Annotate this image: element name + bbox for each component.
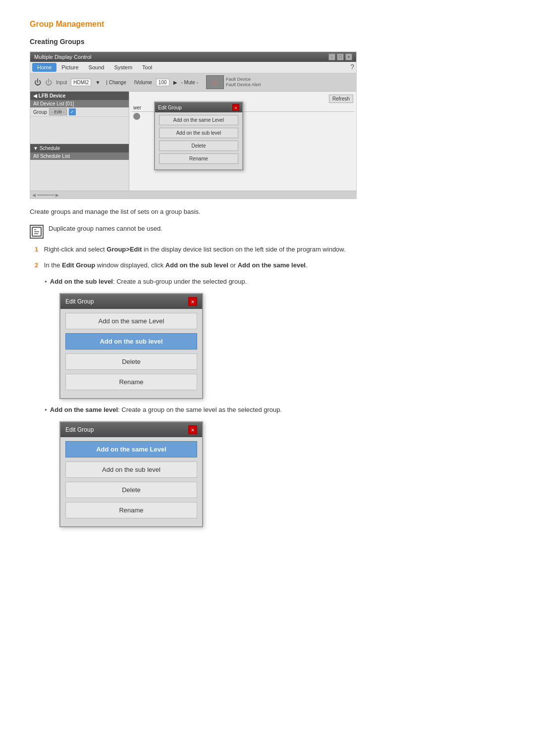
- screenshot-delete-btn[interactable]: Delete: [159, 141, 238, 151]
- step-1-text-after: in the display device list section on th…: [142, 246, 345, 253]
- step-2-edit-group: Edit Group: [62, 261, 95, 269]
- screenshot-add-same-level-btn[interactable]: Add on the same Level: [159, 115, 238, 125]
- menu-system[interactable]: System: [109, 63, 137, 72]
- sidebar: ◀ LFB Device All Device List [01] Group …: [30, 92, 129, 191]
- step-2-text-1: In the: [44, 261, 62, 269]
- dialog-same-level-title: Edit Group: [65, 426, 94, 433]
- bullet-section-1: ● Add on the sub level: Create a sub-gro…: [45, 277, 505, 399]
- hdmi-select[interactable]: HDMI2: [71, 79, 91, 86]
- volume-label: IVolume: [134, 80, 152, 85]
- refresh-button[interactable]: Refresh: [329, 95, 353, 103]
- step-1-text-bold: Group>Edit: [107, 246, 142, 253]
- help-icon[interactable]: ?: [350, 63, 354, 72]
- step-2-text-2: window displayed, click: [95, 261, 165, 269]
- close-btn[interactable]: ×: [345, 53, 352, 60]
- group-checkbox[interactable]: ✓: [69, 108, 76, 115]
- screenshot-container: Multiple Display Control - □ × Home Pict…: [30, 51, 357, 199]
- schedule-empty: [30, 160, 129, 180]
- bullet-2-label: Add on the same level: [50, 406, 118, 413]
- power-off-icon[interactable]: ⏻: [45, 78, 52, 86]
- app-main: ◀ LFB Device All Device List [01] Group …: [30, 92, 356, 191]
- titlebar-controls: - □ ×: [328, 53, 352, 60]
- group-label: Group: [33, 109, 47, 115]
- dialog-same-level-titlebar: Edit Group ×: [60, 422, 202, 437]
- dialog1-add-sub-level-btn[interactable]: Add on the sub level: [65, 333, 197, 350]
- power-status-icon: [133, 113, 140, 120]
- bullet-item-2: ● Add on the same level: Create a group …: [45, 405, 505, 415]
- step-2-text-4: .: [306, 261, 308, 269]
- sidebar-all-device: All Device List [01]: [30, 100, 129, 107]
- minimize-btn[interactable]: -: [328, 53, 335, 60]
- mute-label: - Mute -: [181, 80, 198, 85]
- screenshot-dialog-title: Edit Group: [158, 105, 182, 110]
- play-icon: ▶: [173, 80, 177, 85]
- dialog-sub-level: Edit Group × Add on the same Level Add o…: [59, 293, 203, 399]
- screenshot-dialog-titlebar: Edit Group ×: [155, 102, 242, 112]
- menu-sound[interactable]: Sound: [84, 63, 109, 72]
- note-text: Duplicate group names cannot be used.: [49, 225, 162, 232]
- app-titlebar: Multiple Display Control - □ ×: [30, 52, 356, 62]
- bullet-text-2: Add on the same level: Create a group on…: [50, 405, 282, 415]
- bullet-1-colon-text: : Create a sub-group under the selected …: [113, 278, 247, 285]
- dialog2-add-same-level-btn[interactable]: Add on the same Level: [65, 441, 197, 457]
- sidebar-lfb-header: ◀ LFB Device: [30, 92, 129, 100]
- screenshot-dialog-close[interactable]: ×: [232, 104, 239, 111]
- bullet-section-2: ● Add on the same level: Create a group …: [45, 405, 505, 527]
- dialog2-add-sub-level-btn[interactable]: Add on the sub level: [65, 461, 197, 478]
- schedule-section: ▼ Schedule All Schedule List: [30, 144, 129, 180]
- app-title: Multiple Display Control: [34, 54, 92, 60]
- all-schedule-list: All Schedule List: [30, 152, 129, 160]
- dialog1-rename-btn[interactable]: Rename: [65, 374, 197, 390]
- scrollbar-area: ◀ ━━━━━━━ ▶: [30, 191, 356, 199]
- main-description: Create groups and manage the list of set…: [30, 207, 505, 217]
- col-power: wer: [133, 105, 141, 110]
- pencil-icon: [31, 226, 42, 237]
- power-on-icon[interactable]: ⏻: [34, 78, 41, 86]
- edit-button[interactable]: - Edit -: [49, 108, 67, 115]
- bullet-text-1: Add on the sub level: Create a sub-group…: [50, 277, 247, 287]
- bullet-2-colon-text: : Create a group on the same level as th…: [118, 406, 282, 413]
- sidebar-group-row: Group - Edit - ✓: [30, 107, 129, 117]
- screenshot-add-sub-level-btn[interactable]: Add on the sub level: [159, 128, 238, 138]
- screenshot-dialog: Edit Group × Add on the same Level Add o…: [154, 101, 243, 170]
- main-content: Refresh wer Input HDMI2 21 Edit Group × …: [129, 92, 356, 191]
- bullet-dot-1: ●: [45, 279, 47, 284]
- dialog1-delete-btn[interactable]: Delete: [65, 353, 197, 370]
- fault-device-label: Fault Device Fault Device Alert: [226, 77, 261, 88]
- menu-picture[interactable]: Picture: [56, 63, 83, 72]
- dialog2-delete-btn[interactable]: Delete: [65, 482, 197, 498]
- step-number-2: 2: [35, 261, 38, 269]
- step-2-add-sub: Add on the sub level: [165, 261, 228, 269]
- dialog-sub-level-close[interactable]: ×: [188, 297, 197, 306]
- menu-home[interactable]: Home: [32, 63, 56, 72]
- step-1-text-before: Right-click and select: [44, 246, 107, 253]
- scrollbar-label: ◀ ━━━━━━━ ▶: [32, 193, 59, 198]
- dialog-sub-level-title: Edit Group: [65, 298, 94, 305]
- input-label: Input: [56, 80, 67, 85]
- sidebar-empty: [30, 117, 129, 142]
- dialog-same-level: Edit Group × Add on the same Level Add o…: [59, 421, 203, 527]
- menu-tool[interactable]: Tool: [137, 63, 157, 72]
- note-box: Duplicate group names cannot be used.: [30, 225, 505, 239]
- section-title: Creating Groups: [30, 38, 505, 46]
- dialog-same-level-close[interactable]: ×: [188, 425, 197, 434]
- arrow-icon: ▼: [95, 80, 100, 85]
- bullet-1-label: Add on the sub level: [50, 278, 113, 285]
- change-label: | Change: [106, 80, 126, 85]
- dialog1-add-same-level-btn[interactable]: Add on the same Level: [65, 313, 197, 329]
- bullet-item-1: ● Add on the sub level: Create a sub-gro…: [45, 277, 505, 287]
- dialog-sub-level-titlebar: Edit Group ×: [60, 294, 202, 309]
- step-2-text-3: or: [228, 261, 238, 269]
- volume-select[interactable]: 100: [156, 79, 169, 86]
- bullet-dot-2: ●: [45, 407, 47, 412]
- app-toolbar: ⏻ ⏻ Input HDMI2 ▼ | Change IVolume 100 ▶…: [30, 73, 356, 92]
- step-1: 1 Right-click and select Group>Edit in t…: [30, 245, 505, 255]
- step-2-add-same: Add on the same level: [238, 261, 306, 269]
- step-number-1: 1: [35, 246, 38, 253]
- maximize-btn[interactable]: □: [337, 53, 344, 60]
- dialog2-rename-btn[interactable]: Rename: [65, 502, 197, 518]
- screenshot-rename-btn[interactable]: Rename: [159, 153, 238, 164]
- app-menubar: Home Picture Sound System Tool ?: [30, 62, 356, 73]
- schedule-header: ▼ Schedule: [30, 144, 129, 152]
- page-title: Group Management: [30, 20, 505, 29]
